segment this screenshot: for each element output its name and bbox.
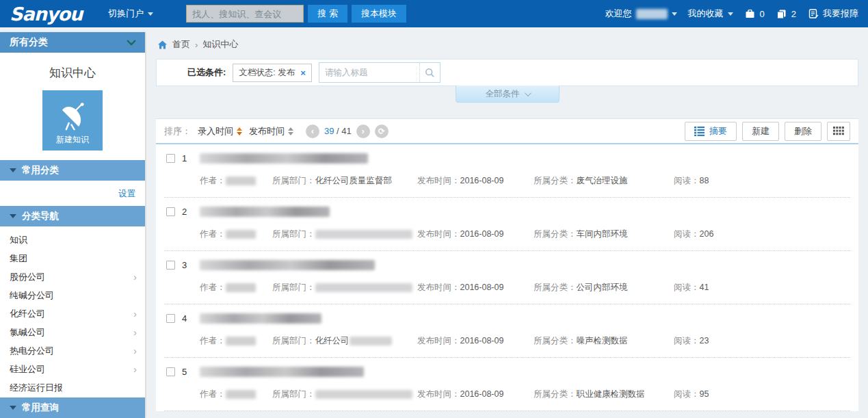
- author-label: 作者：: [200, 335, 226, 347]
- todo-counter[interactable]: 0: [744, 8, 765, 20]
- sidebar-item-soda-branch[interactable]: 纯碱分公司: [0, 286, 145, 304]
- title-search-input[interactable]: [319, 68, 419, 77]
- row-checkbox[interactable]: [166, 314, 175, 323]
- global-search-input[interactable]: [186, 5, 304, 23]
- module-search-button[interactable]: 搜本模块: [352, 5, 406, 23]
- sidebar-item-chemical-fiber[interactable]: 化纤公司 ›: [0, 304, 145, 323]
- delete-button[interactable]: 删除: [785, 122, 821, 141]
- reads-value: 95: [700, 389, 709, 399]
- report-label: 我要报障: [823, 8, 858, 20]
- category-label: 所属分类：: [534, 283, 577, 292]
- welcome-user-dropdown[interactable]: 欢迎您: [605, 8, 677, 20]
- filter-tag-text: 文档状态: 发布: [239, 67, 295, 79]
- publish-date-label: 发布时间：: [417, 389, 460, 399]
- favorites-dropdown[interactable]: 我的收藏: [688, 8, 733, 20]
- department-label: 所属部门：: [272, 335, 315, 347]
- all-categories-header[interactable]: 所有分类: [0, 32, 145, 53]
- author-label: 作者：: [200, 228, 226, 240]
- category-nav-section-header[interactable]: 分类导航: [0, 206, 145, 226]
- global-search: 搜 索 搜本模块: [186, 5, 406, 23]
- sidebar-item-group[interactable]: 集团: [0, 249, 145, 267]
- chevron-down-icon: [126, 39, 137, 46]
- department-value: 化纤公司: [315, 335, 350, 347]
- category-label: 所属分类：: [534, 229, 577, 239]
- category-value: 废气治理设施: [577, 176, 628, 185]
- sort-option-label: 发布时间: [249, 125, 285, 138]
- publish-date-value: 2016-08-09: [460, 336, 504, 345]
- row-checkbox[interactable]: [166, 207, 175, 216]
- author-redacted: [226, 283, 256, 292]
- search-icon[interactable]: [419, 63, 440, 82]
- row-checkbox[interactable]: [166, 367, 175, 376]
- create-button[interactable]: 新建: [742, 122, 779, 141]
- nav-item-label: 集团: [10, 252, 27, 265]
- common-query-label: 常用查询: [22, 402, 59, 414]
- list-item[interactable]: 1 作者： 所属部门：化纤公司质量监督部 发布时间：2016-08-09 所属分…: [164, 144, 850, 198]
- refresh-button[interactable]: ⟳: [375, 125, 389, 138]
- row-checkbox[interactable]: [166, 261, 175, 270]
- all-conditions-tab[interactable]: 全部条件: [456, 86, 560, 103]
- list-item[interactable]: 3 作者： 所属部门： 发布时间：2016-08-09 所属分类：公司内部环境 …: [164, 251, 850, 304]
- nav-item-label: 热电分公司: [10, 345, 54, 357]
- summary-view-button[interactable]: 摘要: [685, 122, 737, 141]
- next-page-button[interactable]: ›: [356, 125, 370, 138]
- documents-counter[interactable]: 2: [776, 8, 796, 20]
- grid-view-button[interactable]: [827, 122, 850, 141]
- sort-label: 排序：: [164, 125, 191, 138]
- toolbar-actions: 摘要 新建 删除: [685, 122, 850, 141]
- all-conditions-label: 全部条件: [486, 88, 520, 100]
- sidebar-item-knowledge[interactable]: 知识: [0, 231, 145, 249]
- settings-link[interactable]: 设置: [118, 189, 135, 198]
- chevron-down-icon: [524, 90, 531, 96]
- chevron-right-icon: ›: [133, 345, 137, 356]
- sort-by-entry-time[interactable]: 录入时间: [198, 125, 242, 138]
- title-redacted[interactable]: [200, 367, 364, 377]
- sidebar-item-chlor-alkali[interactable]: 氯碱公司 ›: [0, 323, 145, 341]
- sort-by-publish-time[interactable]: 发布时间: [249, 125, 293, 138]
- list-item[interactable]: 4 作者： 所属部门：化纤公司 发布时间：2016-08-09 所属分类：噪声检…: [164, 304, 850, 358]
- list-item[interactable]: 5 作者： 所属部门： 发布时间：2016-08-09 所属分类：职业健康检测数…: [164, 358, 850, 411]
- doc-count: 2: [791, 9, 796, 19]
- chevron-right-icon: ›: [133, 272, 137, 282]
- title-redacted[interactable]: [200, 207, 330, 217]
- title-redacted[interactable]: [200, 260, 375, 270]
- report-issue[interactable]: 我要报障: [807, 8, 858, 20]
- department-redacted: [315, 230, 412, 239]
- sidebar-item-stock-company[interactable]: 股份公司 ›: [0, 267, 145, 286]
- triangle-down-icon: [10, 406, 16, 410]
- all-conditions-tab-row: 全部条件: [146, 86, 868, 103]
- list-view-icon: [694, 127, 705, 136]
- close-icon[interactable]: ×: [300, 68, 306, 78]
- reads-label: 阅读：: [674, 336, 700, 345]
- department-label: 所属部门：: [272, 175, 315, 187]
- sidebar-item-thermal-power[interactable]: 热电分公司 ›: [0, 341, 145, 360]
- portal-switch-label: 切换门户: [108, 8, 144, 20]
- breadcrumb-home[interactable]: 首页: [172, 38, 190, 51]
- row-number: 1: [182, 153, 200, 164]
- page-total: / 41: [334, 126, 351, 136]
- clipboard-pen-icon: [807, 8, 819, 20]
- sidebar-item-silicon[interactable]: 硅业公司 ›: [0, 360, 145, 378]
- title-redacted[interactable]: [200, 153, 368, 164]
- pagination: ‹ 39 / 41 › ⟳: [306, 125, 389, 138]
- common-categories-section-header[interactable]: 常用分类: [0, 160, 145, 181]
- search-button[interactable]: 搜 索: [308, 5, 347, 23]
- sidebar-item-economic-daily[interactable]: 经济运行日报: [0, 378, 145, 397]
- publish-date-label: 发布时间：: [417, 336, 460, 345]
- row-checkbox[interactable]: [166, 154, 175, 163]
- filter-tag-doc-status: 文档状态: 发布 ×: [233, 64, 312, 82]
- summary-button-label: 摘要: [709, 125, 727, 138]
- list-item[interactable]: 2 作者： 所属部门： 发布时间：2016-08-09 所属分类：车间内部环境 …: [164, 198, 850, 251]
- app-logo: Sanyou: [10, 3, 82, 25]
- new-knowledge-tile[interactable]: 新建知识: [42, 90, 103, 151]
- title-redacted[interactable]: [200, 313, 321, 324]
- common-query-section-header[interactable]: 常用查询: [0, 397, 145, 418]
- username-redacted: [636, 9, 668, 19]
- chevron-down-icon: [148, 12, 153, 16]
- nav-item-label: 硅业公司: [10, 363, 45, 376]
- top-bar: Sanyou 切换门户 搜 索 搜本模块 欢迎您 我的收藏 0 2: [0, 0, 868, 27]
- sort-arrows-icon: [288, 127, 293, 135]
- new-knowledge-label: 新建知识: [56, 134, 89, 146]
- prev-page-button[interactable]: ‹: [306, 125, 319, 138]
- portal-switch-dropdown[interactable]: 切换门户: [108, 8, 153, 20]
